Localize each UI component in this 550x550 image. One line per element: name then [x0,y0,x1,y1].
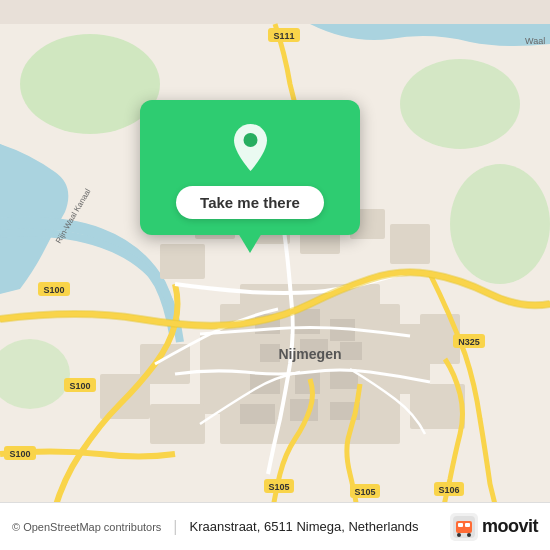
svg-text:S105: S105 [354,487,375,497]
svg-rect-23 [150,404,205,444]
bottom-bar: © OpenStreetMap contributors | Kraanstra… [0,502,550,550]
popup-card: Take me there [140,100,360,235]
svg-point-2 [400,59,520,149]
svg-text:N325: N325 [458,337,480,347]
svg-text:S100: S100 [43,285,64,295]
svg-point-57 [457,533,461,537]
svg-rect-14 [340,342,362,360]
svg-rect-55 [458,523,463,527]
location-marker [220,116,280,176]
svg-rect-18 [240,404,275,424]
bottom-left-section: © OpenStreetMap contributors | Kraanstra… [12,518,450,536]
svg-rect-54 [456,521,472,533]
svg-rect-7 [200,334,230,414]
moovit-logo: moovit [450,513,538,541]
svg-text:Waal: Waal [525,36,545,46]
svg-point-51 [243,133,257,147]
svg-rect-12 [260,344,280,362]
svg-text:S105: S105 [268,482,289,492]
svg-text:Nijmegen: Nijmegen [278,346,341,362]
svg-point-58 [467,533,471,537]
svg-rect-56 [465,523,470,527]
svg-rect-28 [160,244,205,279]
svg-rect-16 [295,372,320,394]
take-me-there-button[interactable]: Take me there [176,186,324,219]
location-label: Kraanstraat, 6511 Nimega, Netherlands [190,519,419,534]
svg-text:S111: S111 [273,31,294,41]
svg-text:S100: S100 [69,381,90,391]
svg-point-3 [450,164,550,284]
moovit-brand-text: moovit [482,516,538,537]
osm-credit: © OpenStreetMap contributors [12,521,161,533]
moovit-icon [450,513,478,541]
map-container: Nijmegen S111 S100 S100 S100 S105 S105 S… [0,0,550,550]
svg-text:S100: S100 [9,449,30,459]
location-pin-icon [223,119,278,174]
svg-point-1 [20,34,160,134]
map-background: Nijmegen S111 S100 S100 S100 S105 S105 S… [0,0,550,550]
svg-rect-31 [390,224,430,264]
svg-text:S106: S106 [438,485,459,495]
